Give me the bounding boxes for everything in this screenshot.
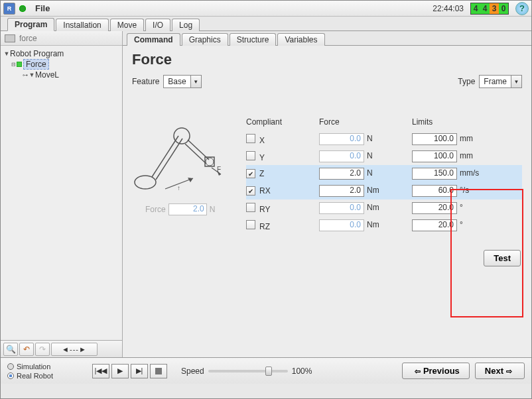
test-button[interactable]: Test xyxy=(484,250,521,266)
force-input-rz[interactable]: 0.0 xyxy=(319,219,364,231)
header-limits: Limits xyxy=(412,117,511,127)
force-input-y[interactable]: 0.0 xyxy=(319,150,364,162)
expand-icon[interactable]: ⊟ xyxy=(10,62,17,68)
sub-tabs: Command Graphics Structure Variables xyxy=(123,31,531,46)
feature-row: Feature Base ▼ Type Frame ▼ xyxy=(132,75,522,88)
program-tree[interactable]: ▼ Robot Program ⊟ Force ⊶ ▼ MoveL xyxy=(1,46,122,340)
limit-input-rx[interactable]: 60.0 xyxy=(412,185,457,197)
chevron-down-icon[interactable]: ▼ xyxy=(511,76,521,87)
axis-row-z: ✔Z2.0N150.0mm/s xyxy=(246,165,522,182)
feature-value: Base xyxy=(164,77,190,86)
slider-thumb[interactable] xyxy=(265,367,272,376)
limit-input-x[interactable]: 100.0 xyxy=(412,133,457,145)
tab-move[interactable]: Move xyxy=(110,19,144,31)
header-force: Force xyxy=(319,117,412,127)
axis-label: Y xyxy=(259,153,265,162)
tree-root[interactable]: ▼ Robot Program xyxy=(2,48,121,59)
expand-icon[interactable]: ⊶ xyxy=(22,72,29,78)
next-label: Next xyxy=(485,366,503,376)
digit-1: 4 xyxy=(480,3,490,14)
radio-icon xyxy=(7,363,14,370)
limit-unit: ° xyxy=(460,220,463,229)
previous-button[interactable]: ⇦Previous xyxy=(402,363,470,379)
axis-label: Z xyxy=(259,169,264,178)
speed-control: Speed 100% xyxy=(181,367,312,376)
force-input-rx[interactable]: 2.0 xyxy=(319,185,364,197)
mode-simulation[interactable]: Simulation xyxy=(7,362,80,371)
disk-icon xyxy=(5,34,15,42)
next-button[interactable]: Next⇨ xyxy=(475,363,525,379)
type-dropdown[interactable]: Frame ▼ xyxy=(479,75,522,88)
tab-structure[interactable]: Structure xyxy=(230,33,277,46)
mode-selector[interactable]: Simulation Real Robot xyxy=(7,362,80,380)
axis-label: RY xyxy=(259,205,270,214)
chevron-down-icon[interactable]: ▼ xyxy=(190,76,201,87)
prev-label: Previous xyxy=(423,366,460,376)
left-column: force ▼ Robot Program ⊟ Force ⊶ ▼ MoveL … xyxy=(1,31,123,357)
search-button[interactable]: 🔍 xyxy=(3,343,18,356)
limit-input-z[interactable]: 150.0 xyxy=(412,168,457,180)
expand-icon2: ▼ xyxy=(29,72,35,78)
illus-force-label: Force xyxy=(145,205,166,214)
help-icon[interactable]: ? xyxy=(515,2,529,15)
limit-input-ry[interactable]: 20.0 xyxy=(412,202,457,214)
checkbox-rz[interactable] xyxy=(246,220,255,229)
header-compliant: Compliant xyxy=(246,117,319,127)
checkbox-rx[interactable]: ✔ xyxy=(246,186,255,196)
checkbox-z[interactable]: ✔ xyxy=(246,169,255,178)
limit-input-rz[interactable]: 20.0 xyxy=(412,219,457,231)
tree-item-label: Force xyxy=(23,59,49,70)
robot-arm-icon: F ↑ xyxy=(132,124,232,197)
limit-input-y[interactable]: 100.0 xyxy=(412,150,457,162)
ur-logo: R xyxy=(3,3,15,15)
checkbox-x[interactable] xyxy=(246,134,255,143)
limit-unit: mm/s xyxy=(460,168,479,178)
undo-button[interactable]: ↶ xyxy=(19,343,34,356)
stop-button[interactable] xyxy=(150,364,167,378)
status-digits: 4 4 3 0 xyxy=(470,3,509,15)
globe-icon xyxy=(19,5,26,12)
tab-program[interactable]: Program xyxy=(7,18,54,31)
tab-variables[interactable]: Variables xyxy=(277,33,324,46)
axis-row-rx: ✔RX2.0Nm60.0°/s xyxy=(246,182,522,200)
stop-icon xyxy=(155,368,162,374)
digit-0: 4 xyxy=(471,3,480,14)
speed-slider[interactable] xyxy=(208,370,288,372)
nav-button[interactable]: ◄---► xyxy=(51,343,98,356)
svg-point-7 xyxy=(206,158,214,166)
mode-real-robot[interactable]: Real Robot xyxy=(7,371,80,380)
tab-installation[interactable]: Installation xyxy=(56,19,108,31)
redo-button[interactable]: ↷ xyxy=(35,343,50,356)
force-input-z[interactable]: 2.0 xyxy=(319,168,364,180)
checkbox-ry[interactable] xyxy=(246,203,255,212)
limit-unit: ° xyxy=(460,203,463,212)
tree-item-movel[interactable]: ⊶ ▼ MoveL xyxy=(2,70,121,80)
step-button[interactable]: ▶| xyxy=(131,364,148,378)
tab-graphics[interactable]: Graphics xyxy=(182,33,228,46)
force-input-x[interactable]: 0.0 xyxy=(319,133,364,145)
force-unit: Nm xyxy=(367,220,379,229)
file-bar: force xyxy=(1,31,122,46)
mode-label: Real Robot xyxy=(17,372,53,380)
right-column: Command Graphics Structure Variables For… xyxy=(123,31,531,357)
force-input-ry[interactable]: 0.0 xyxy=(319,202,364,214)
illus-force-input[interactable]: 2.0 xyxy=(168,203,207,215)
play-button[interactable]: ▶ xyxy=(111,364,129,378)
limit-unit: mm xyxy=(460,151,473,160)
tab-io[interactable]: I/O xyxy=(145,19,170,31)
speed-label: Speed xyxy=(181,367,204,376)
tab-command[interactable]: Command xyxy=(127,33,180,46)
tree-item-force[interactable]: ⊟ Force xyxy=(2,59,121,70)
svg-text:↑: ↑ xyxy=(177,184,180,192)
speed-value: 100% xyxy=(292,367,312,376)
checkbox-y[interactable] xyxy=(246,151,255,160)
svg-rect-6 xyxy=(205,157,214,166)
force-unit: Nm xyxy=(367,203,379,212)
rewind-button[interactable]: |◀◀ xyxy=(92,364,109,378)
type-value: Frame xyxy=(480,77,511,86)
file-name: force xyxy=(19,34,37,43)
expand-icon[interactable]: ▼ xyxy=(3,50,10,57)
feature-dropdown[interactable]: Base ▼ xyxy=(163,75,201,88)
tab-log[interactable]: Log xyxy=(172,19,200,31)
file-menu[interactable]: File xyxy=(31,2,54,15)
